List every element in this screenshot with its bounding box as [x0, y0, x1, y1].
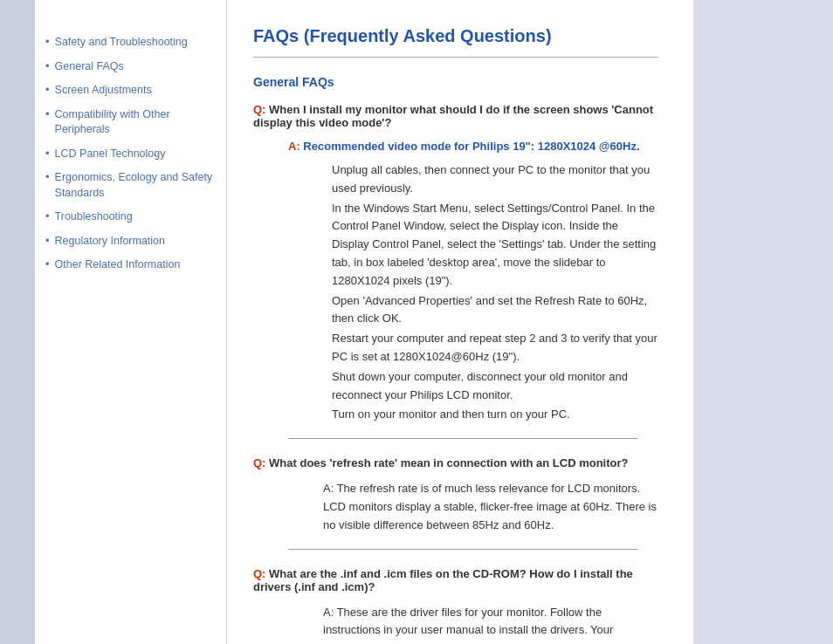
question-1: Q: What does 'refresh rate' mean in conn… [253, 456, 658, 469]
sidebar-link-troubleshooting[interactable]: Troubleshooting [55, 209, 133, 225]
right-accent [693, 0, 833, 644]
sidebar-link-lcd-panel[interactable]: LCD Panel Technology [55, 147, 166, 162]
page-title: FAQs (Frequently Asked Questions) [253, 26, 658, 46]
qa-block-2: Q: What are the .inf and .icm files on t… [253, 567, 658, 644]
sidebar-item-lcd-panel[interactable]: LCD Panel Technology [45, 147, 217, 162]
sidebar-link-general-faqs[interactable]: General FAQs [55, 59, 124, 75]
section-heading: General FAQs [253, 75, 658, 89]
answer-block-1: A: The refresh rate is of much less rele… [253, 480, 658, 534]
a-label-1: A: [323, 482, 337, 495]
sidebar-item-troubleshooting[interactable]: Troubleshooting [45, 209, 217, 225]
sidebar-item-regulatory[interactable]: Regulatory Information [45, 234, 217, 250]
sidebar-link-other-info[interactable]: Other Related Information [55, 257, 181, 273]
sidebar-item-compatibility[interactable]: Compatibility with Other Peripherals [45, 107, 217, 138]
sidebar-item-safety-and-troubleshooting[interactable]: Safety and Troubleshooting [45, 35, 217, 51]
section-divider-0 [288, 438, 637, 439]
answer-text-0: Unplug all cables, then connect your PC … [288, 161, 658, 424]
answer-block-2: A: These are the driver files for your m… [253, 604, 658, 644]
a-label-2: A: [323, 606, 337, 619]
sidebar-link-regulatory[interactable]: Regulatory Information [55, 234, 165, 250]
left-accent [0, 0, 35, 644]
sidebar-link-screen-adjustments[interactable]: Screen Adjustments [55, 83, 152, 99]
sidebar-nav: Safety and TroubleshootingGeneral FAQsSc… [45, 35, 217, 273]
qa-block-0: Q: When I install my monitor what should… [253, 103, 658, 439]
sidebar-item-ergonomics[interactable]: Ergonomics, Ecology and Safety Standards [45, 170, 217, 201]
sidebar-link-ergonomics[interactable]: Ergonomics, Ecology and Safety Standards [55, 170, 217, 201]
q-label-0: Q: [253, 103, 269, 116]
q-label-1: Q: [253, 456, 269, 469]
sidebar-link-safety-and-troubleshooting[interactable]: Safety and Troubleshooting [55, 35, 188, 51]
section-divider-1 [288, 549, 637, 550]
question-2: Q: What are the .inf and .icm files on t… [253, 567, 658, 593]
qa-block-1: Q: What does 'refresh rate' mean in conn… [253, 456, 658, 549]
sidebar-item-general-faqs[interactable]: General FAQs [45, 59, 217, 75]
answer-inline-1: A: The refresh rate is of much less rele… [288, 480, 658, 534]
sidebar-link-compatibility[interactable]: Compatibility with Other Peripherals [55, 107, 217, 138]
answer-heading-0: A: Recommended video mode for Philips 19… [288, 140, 658, 153]
answer-inline-2: A: These are the driver files for your m… [288, 604, 658, 644]
answer-block-0: A: Recommended video mode for Philips 19… [253, 140, 658, 424]
title-divider [253, 57, 658, 58]
question-0: Q: When I install my monitor what should… [253, 103, 658, 129]
a-label-0: A: [288, 140, 303, 153]
sidebar: Safety and TroubleshootingGeneral FAQsSc… [35, 0, 227, 644]
qa-container: Q: When I install my monitor what should… [253, 103, 658, 644]
main-content: FAQs (Frequently Asked Questions) Genera… [227, 0, 693, 644]
sidebar-item-other-info[interactable]: Other Related Information [45, 257, 217, 273]
q-label-2: Q: [253, 567, 269, 580]
sidebar-item-screen-adjustments[interactable]: Screen Adjustments [45, 83, 217, 99]
